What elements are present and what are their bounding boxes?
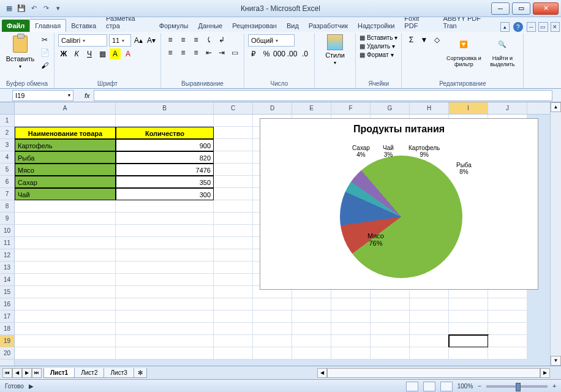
doc-minimize-icon[interactable]: ─ xyxy=(527,22,536,32)
pie-chart[interactable]: Продукты питания Сахар4% Чай3% Картофель… xyxy=(260,118,538,290)
doc-close-icon[interactable]: ✕ xyxy=(551,22,560,32)
title-bar: ▦ 💾 ↶ ↷ ▾ Книга3 - Microsoft Excel ─ ▭ ✕ xyxy=(0,0,561,17)
clear-icon[interactable]: ◇ xyxy=(431,34,442,45)
tab-formulas[interactable]: Формулы xyxy=(154,20,194,32)
tab-home[interactable]: Главная xyxy=(29,19,66,32)
tab-data[interactable]: Данные xyxy=(194,20,228,32)
tab-insert[interactable]: Вставка xyxy=(66,20,101,32)
sheet-tab-2[interactable]: Лист2 xyxy=(74,368,104,378)
find-select-button[interactable]: 🔍 Найти и выделить xyxy=(485,34,519,67)
worksheet-grid[interactable]: 1234567891011121314151617181920 ABCDEFGH… xyxy=(0,102,561,366)
cells-insert-button[interactable]: ▦ Вставить ▾ xyxy=(360,34,397,41)
copy-icon[interactable]: 📄 xyxy=(39,47,50,58)
number-format-combo[interactable]: Общий▾ xyxy=(248,34,295,47)
scroll-right-icon[interactable]: ▶ xyxy=(540,368,550,378)
paste-button[interactable]: Вставить ▾ xyxy=(4,34,37,69)
increase-indent-icon[interactable]: ⇥ xyxy=(216,47,227,58)
scroll-down-icon[interactable]: ▼ xyxy=(551,356,561,366)
tab-view[interactable]: Вид xyxy=(282,20,304,32)
maximize-button[interactable]: ▭ xyxy=(512,2,530,15)
tab-addins[interactable]: Надстройки xyxy=(353,20,399,32)
underline-button[interactable]: Ч xyxy=(84,48,95,59)
wrap-text-icon[interactable]: ↲ xyxy=(216,34,227,45)
doc-restore-icon[interactable]: ▭ xyxy=(538,22,548,32)
styles-button[interactable]: Стили ▾ xyxy=(318,34,352,66)
sheet-nav-next-icon[interactable]: ▶ xyxy=(22,368,32,378)
increase-decimal-icon[interactable]: .00 xyxy=(287,48,298,59)
cells-format-button[interactable]: ▦ Формат ▾ xyxy=(360,51,397,58)
tab-file[interactable]: Файл xyxy=(2,20,29,32)
font-size-combo[interactable]: 11▾ xyxy=(109,34,131,47)
align-center-icon[interactable]: ≡ xyxy=(178,47,189,58)
table-row[interactable]: Рыба xyxy=(15,151,116,164)
autosum-icon[interactable]: Σ xyxy=(405,34,416,45)
italic-button[interactable]: К xyxy=(71,48,82,59)
close-button[interactable]: ✕ xyxy=(533,2,559,15)
column-headers[interactable]: ABCDEFGHIJ xyxy=(15,102,550,115)
name-box[interactable]: I19▾ xyxy=(12,90,73,101)
tab-developer[interactable]: Разработчик xyxy=(304,20,353,32)
vertical-scrollbar[interactable]: ▲ ▼ xyxy=(550,102,561,366)
scroll-up-icon[interactable]: ▲ xyxy=(551,102,561,112)
table-row[interactable]: Сахар xyxy=(15,176,116,188)
table-row[interactable]: Чай xyxy=(15,188,116,200)
scroll-left-icon[interactable]: ◀ xyxy=(317,368,327,378)
merge-icon[interactable]: ▭ xyxy=(229,47,240,58)
formula-input[interactable] xyxy=(94,90,552,101)
percent-icon[interactable]: % xyxy=(261,48,272,59)
font-name-combo[interactable]: Calibri▾ xyxy=(58,34,107,47)
align-left-icon[interactable]: ≡ xyxy=(165,47,176,58)
table-row[interactable]: Мясо xyxy=(15,164,116,176)
align-bottom-icon[interactable]: ≡ xyxy=(190,34,201,45)
sheet-nav-first-icon[interactable]: ⏮ xyxy=(2,368,12,378)
macro-record-icon[interactable]: ▶ xyxy=(29,383,34,390)
qat-redo-icon[interactable]: ↷ xyxy=(40,3,51,14)
font-color-icon[interactable]: A xyxy=(122,48,134,59)
decrease-decimal-icon[interactable]: .0 xyxy=(299,48,311,59)
minimize-button[interactable]: ─ xyxy=(491,2,510,15)
border-icon[interactable]: ▦ xyxy=(97,48,108,59)
table-row[interactable]: Картофель xyxy=(15,139,116,151)
fill-color-icon[interactable]: A xyxy=(110,48,121,59)
tab-review[interactable]: Рецензирован xyxy=(227,20,282,32)
bold-button[interactable]: Ж xyxy=(58,48,69,59)
horizontal-scrollbar[interactable]: ◀ ▶ xyxy=(317,368,550,378)
sheet-tab-1[interactable]: Лист1 xyxy=(43,368,75,378)
sheet-tab-3[interactable]: Лист3 xyxy=(104,368,134,378)
format-painter-icon[interactable]: 🖌 xyxy=(39,60,50,71)
fill-icon[interactable]: ▼ xyxy=(418,34,429,45)
sheet-nav-prev-icon[interactable]: ◀ xyxy=(12,368,22,378)
row-headers[interactable]: 1234567891011121314151617181920 xyxy=(0,102,15,366)
active-cell[interactable] xyxy=(449,335,488,347)
shrink-font-icon[interactable]: A▾ xyxy=(146,35,157,46)
align-right-icon[interactable]: ≡ xyxy=(190,47,201,58)
zoom-level[interactable]: 100% xyxy=(457,383,473,390)
grow-font-icon[interactable]: A▴ xyxy=(133,35,144,46)
view-pagebreak-icon[interactable] xyxy=(440,382,453,391)
decrease-indent-icon[interactable]: ⇤ xyxy=(203,47,214,58)
currency-icon[interactable]: ₽ xyxy=(248,48,259,59)
fx-icon[interactable]: fx xyxy=(81,92,94,99)
sort-filter-button[interactable]: 🔽 Сортировка и фильтр xyxy=(445,34,483,67)
orientation-icon[interactable]: ⤹ xyxy=(203,34,214,45)
zoom-in-icon[interactable]: + xyxy=(552,383,556,390)
help-icon[interactable]: ? xyxy=(513,22,522,32)
table-header-a[interactable]: Наименование товара xyxy=(15,127,116,139)
cut-icon[interactable]: ✂ xyxy=(39,34,50,45)
align-middle-icon[interactable]: ≡ xyxy=(178,34,189,45)
styles-label: Стили xyxy=(325,51,345,59)
align-top-icon[interactable]: ≡ xyxy=(165,34,176,45)
zoom-out-icon[interactable]: − xyxy=(478,383,481,390)
qat-undo-icon[interactable]: ↶ xyxy=(28,3,39,14)
new-sheet-icon[interactable]: ✻ xyxy=(134,368,147,378)
comma-icon[interactable]: 000 xyxy=(274,48,285,59)
qat-save-icon[interactable]: 💾 xyxy=(16,3,27,14)
sheet-nav-last-icon[interactable]: ⏭ xyxy=(32,368,42,378)
table-header-b[interactable]: Количество xyxy=(116,127,214,139)
zoom-slider[interactable] xyxy=(486,385,548,388)
ribbon-minimize-icon[interactable]: ▴ xyxy=(500,22,510,32)
qat-customize-icon[interactable]: ▾ xyxy=(53,3,64,14)
cells-delete-button[interactable]: ▦ Удалить ▾ xyxy=(360,43,397,50)
view-pagelayout-icon[interactable] xyxy=(423,382,435,391)
view-normal-icon[interactable] xyxy=(406,382,418,391)
